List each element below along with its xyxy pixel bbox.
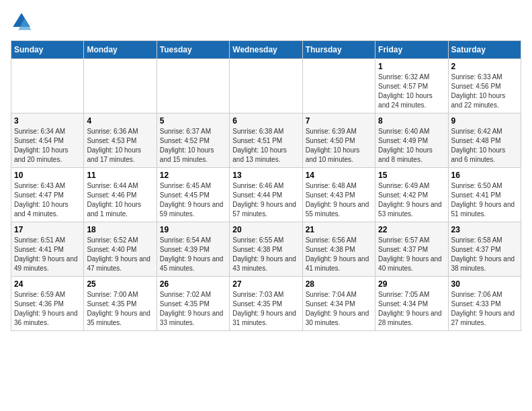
calendar-week-4: 17Sunrise: 6:51 AM Sunset: 4:41 PM Dayli… bbox=[11, 222, 521, 277]
calendar-cell: 23Sunrise: 6:58 AM Sunset: 4:37 PM Dayli… bbox=[448, 222, 521, 277]
day-number: 14 bbox=[306, 171, 372, 180]
day-number: 23 bbox=[451, 225, 518, 234]
day-number: 22 bbox=[378, 225, 445, 234]
day-info: Sunrise: 6:43 AM Sunset: 4:47 PM Dayligh… bbox=[14, 181, 81, 219]
calendar-cell bbox=[302, 59, 375, 113]
col-friday: Friday bbox=[375, 41, 448, 59]
calendar-cell bbox=[84, 59, 157, 113]
day-number: 30 bbox=[451, 279, 518, 289]
day-number: 16 bbox=[451, 171, 518, 180]
day-number: 28 bbox=[306, 279, 372, 289]
day-number: 13 bbox=[232, 171, 299, 180]
calendar-cell bbox=[11, 59, 84, 113]
day-number: 29 bbox=[378, 279, 445, 289]
day-info: Sunrise: 7:03 AM Sunset: 4:35 PM Dayligh… bbox=[232, 290, 299, 328]
calendar-cell: 5Sunrise: 6:37 AM Sunset: 4:52 PM Daylig… bbox=[157, 113, 229, 168]
calendar-cell: 8Sunrise: 6:40 AM Sunset: 4:49 PM Daylig… bbox=[375, 113, 448, 168]
day-number: 24 bbox=[14, 279, 81, 289]
day-info: Sunrise: 6:57 AM Sunset: 4:37 PM Dayligh… bbox=[378, 236, 445, 273]
day-number: 5 bbox=[160, 116, 226, 126]
calendar-table: Sunday Monday Tuesday Wednesday Thursday… bbox=[11, 40, 521, 331]
day-info: Sunrise: 6:55 AM Sunset: 4:38 PM Dayligh… bbox=[232, 236, 299, 273]
calendar-cell: 14Sunrise: 6:48 AM Sunset: 4:43 PM Dayli… bbox=[302, 168, 375, 222]
calendar-cell: 21Sunrise: 6:56 AM Sunset: 4:38 PM Dayli… bbox=[302, 222, 375, 277]
day-number: 18 bbox=[87, 225, 153, 234]
calendar-week-5: 24Sunrise: 6:59 AM Sunset: 4:36 PM Dayli… bbox=[11, 277, 521, 331]
day-number: 27 bbox=[232, 279, 299, 289]
calendar-cell: 25Sunrise: 7:00 AM Sunset: 4:35 PM Dayli… bbox=[84, 277, 157, 331]
calendar-cell: 4Sunrise: 6:36 AM Sunset: 4:53 PM Daylig… bbox=[84, 113, 157, 168]
calendar-cell bbox=[157, 59, 229, 113]
calendar-body: 1Sunrise: 6:32 AM Sunset: 4:57 PM Daylig… bbox=[11, 59, 521, 331]
calendar-cell: 6Sunrise: 6:38 AM Sunset: 4:51 PM Daylig… bbox=[230, 113, 302, 168]
day-info: Sunrise: 7:06 AM Sunset: 4:33 PM Dayligh… bbox=[451, 290, 518, 328]
day-info: Sunrise: 6:56 AM Sunset: 4:38 PM Dayligh… bbox=[306, 236, 372, 273]
calendar-cell: 29Sunrise: 7:05 AM Sunset: 4:34 PM Dayli… bbox=[375, 277, 448, 331]
day-number: 10 bbox=[14, 171, 81, 180]
day-number: 20 bbox=[232, 225, 299, 234]
calendar-cell: 26Sunrise: 7:02 AM Sunset: 4:35 PM Dayli… bbox=[157, 277, 229, 331]
day-info: Sunrise: 6:32 AM Sunset: 4:57 PM Dayligh… bbox=[378, 73, 445, 110]
calendar-cell: 30Sunrise: 7:06 AM Sunset: 4:33 PM Dayli… bbox=[448, 277, 521, 331]
day-number: 2 bbox=[451, 62, 518, 71]
col-saturday: Saturday bbox=[448, 41, 521, 59]
calendar-cell: 20Sunrise: 6:55 AM Sunset: 4:38 PM Dayli… bbox=[230, 222, 302, 277]
col-tuesday: Tuesday bbox=[157, 41, 229, 59]
calendar-cell: 16Sunrise: 6:50 AM Sunset: 4:41 PM Dayli… bbox=[448, 168, 521, 222]
day-info: Sunrise: 6:59 AM Sunset: 4:36 PM Dayligh… bbox=[14, 290, 81, 328]
day-number: 25 bbox=[87, 279, 153, 289]
day-info: Sunrise: 6:38 AM Sunset: 4:51 PM Dayligh… bbox=[232, 127, 299, 165]
day-info: Sunrise: 6:51 AM Sunset: 4:41 PM Dayligh… bbox=[14, 236, 81, 273]
col-wednesday: Wednesday bbox=[230, 41, 302, 59]
col-monday: Monday bbox=[84, 41, 157, 59]
day-info: Sunrise: 7:00 AM Sunset: 4:35 PM Dayligh… bbox=[87, 290, 153, 328]
calendar-cell: 15Sunrise: 6:49 AM Sunset: 4:42 PM Dayli… bbox=[375, 168, 448, 222]
day-info: Sunrise: 6:44 AM Sunset: 4:46 PM Dayligh… bbox=[87, 181, 153, 219]
calendar-cell: 7Sunrise: 6:39 AM Sunset: 4:50 PM Daylig… bbox=[302, 113, 375, 168]
day-info: Sunrise: 6:36 AM Sunset: 4:53 PM Dayligh… bbox=[87, 127, 153, 165]
calendar-cell: 1Sunrise: 6:32 AM Sunset: 4:57 PM Daylig… bbox=[375, 59, 448, 113]
day-info: Sunrise: 7:05 AM Sunset: 4:34 PM Dayligh… bbox=[378, 290, 445, 328]
day-info: Sunrise: 6:45 AM Sunset: 4:45 PM Dayligh… bbox=[160, 181, 226, 219]
day-number: 15 bbox=[378, 171, 445, 180]
calendar-cell: 22Sunrise: 6:57 AM Sunset: 4:37 PM Dayli… bbox=[375, 222, 448, 277]
header-row: Sunday Monday Tuesday Wednesday Thursday… bbox=[11, 41, 521, 59]
day-info: Sunrise: 6:42 AM Sunset: 4:48 PM Dayligh… bbox=[451, 127, 518, 165]
calendar-cell: 10Sunrise: 6:43 AM Sunset: 4:47 PM Dayli… bbox=[11, 168, 84, 222]
calendar-week-3: 10Sunrise: 6:43 AM Sunset: 4:47 PM Dayli… bbox=[11, 168, 521, 222]
day-number: 7 bbox=[306, 116, 372, 126]
day-info: Sunrise: 6:39 AM Sunset: 4:50 PM Dayligh… bbox=[306, 127, 372, 165]
calendar-cell: 27Sunrise: 7:03 AM Sunset: 4:35 PM Dayli… bbox=[230, 277, 302, 331]
calendar-week-1: 1Sunrise: 6:32 AM Sunset: 4:57 PM Daylig… bbox=[11, 59, 521, 113]
day-info: Sunrise: 6:52 AM Sunset: 4:40 PM Dayligh… bbox=[87, 236, 153, 273]
day-info: Sunrise: 6:49 AM Sunset: 4:42 PM Dayligh… bbox=[378, 181, 445, 219]
calendar-cell: 2Sunrise: 6:33 AM Sunset: 4:56 PM Daylig… bbox=[448, 59, 521, 113]
col-sunday: Sunday bbox=[11, 41, 84, 59]
calendar-header: Sunday Monday Tuesday Wednesday Thursday… bbox=[11, 41, 521, 59]
day-number: 9 bbox=[451, 116, 518, 126]
calendar-cell: 12Sunrise: 6:45 AM Sunset: 4:45 PM Dayli… bbox=[157, 168, 229, 222]
logo bbox=[11, 11, 35, 32]
calendar-cell: 18Sunrise: 6:52 AM Sunset: 4:40 PM Dayli… bbox=[84, 222, 157, 277]
day-number: 8 bbox=[378, 116, 445, 126]
calendar-cell: 17Sunrise: 6:51 AM Sunset: 4:41 PM Dayli… bbox=[11, 222, 84, 277]
day-number: 12 bbox=[160, 171, 226, 180]
page-header bbox=[11, 11, 521, 32]
day-info: Sunrise: 6:40 AM Sunset: 4:49 PM Dayligh… bbox=[378, 127, 445, 165]
day-info: Sunrise: 6:33 AM Sunset: 4:56 PM Dayligh… bbox=[451, 73, 518, 110]
calendar-cell: 11Sunrise: 6:44 AM Sunset: 4:46 PM Dayli… bbox=[84, 168, 157, 222]
day-info: Sunrise: 6:37 AM Sunset: 4:52 PM Dayligh… bbox=[160, 127, 226, 165]
day-number: 21 bbox=[306, 225, 372, 234]
day-number: 6 bbox=[232, 116, 299, 126]
day-number: 3 bbox=[14, 116, 81, 126]
day-info: Sunrise: 6:54 AM Sunset: 4:39 PM Dayligh… bbox=[160, 236, 226, 273]
calendar-cell: 9Sunrise: 6:42 AM Sunset: 4:48 PM Daylig… bbox=[448, 113, 521, 168]
logo-icon bbox=[11, 11, 32, 32]
day-info: Sunrise: 6:58 AM Sunset: 4:37 PM Dayligh… bbox=[451, 236, 518, 273]
day-number: 4 bbox=[87, 116, 153, 126]
day-number: 19 bbox=[160, 225, 226, 234]
calendar-cell: 24Sunrise: 6:59 AM Sunset: 4:36 PM Dayli… bbox=[11, 277, 84, 331]
day-number: 26 bbox=[160, 279, 226, 289]
calendar-cell: 19Sunrise: 6:54 AM Sunset: 4:39 PM Dayli… bbox=[157, 222, 229, 277]
calendar-cell: 13Sunrise: 6:46 AM Sunset: 4:44 PM Dayli… bbox=[230, 168, 302, 222]
